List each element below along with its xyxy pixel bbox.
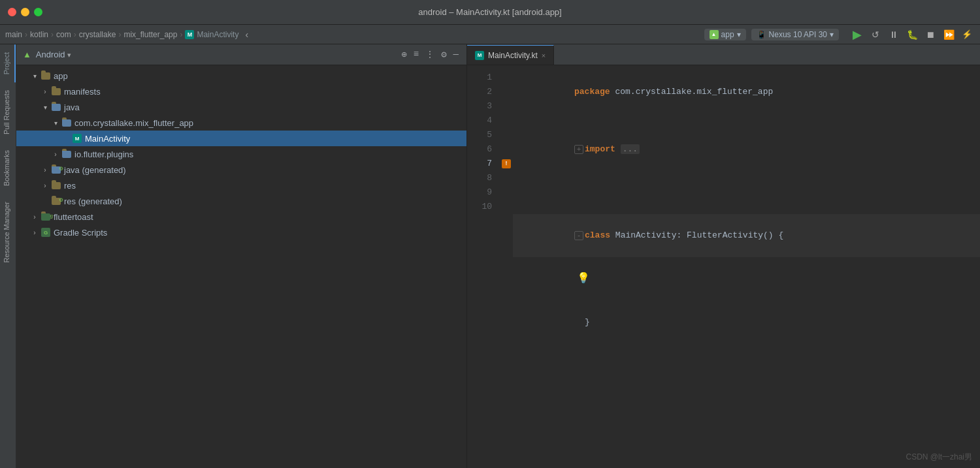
profile-button[interactable]: ⏩ [941,27,956,42]
label-java-gen: java (generated) [64,165,126,175]
tree-item-fluttertoast[interactable]: › g fluttertoast [16,209,466,225]
device-label: Nexus 10 API 30 [769,30,827,39]
ln-2: 2 [467,85,492,99]
main-activity-file-icon: M [71,134,83,143]
fold-class[interactable]: - [574,231,583,240]
main-layout: Project Pull Requests Bookmarks Resource… [0,44,980,468]
tree-item-java[interactable]: ▾ java [16,99,466,115]
sync-action-btn[interactable]: ≡ [412,48,420,61]
gutter-6 [500,142,513,157]
folder-icon-res-gen: ⚙ [50,196,62,206]
tree-item-gradle[interactable]: › G Gradle Scripts [16,225,466,240]
watermark: CSDN @lt一zhai男 [906,452,972,463]
breadcrumb-com[interactable]: com [56,30,71,39]
folder-icon-gradle: G [40,228,52,237]
editor-area: M MainActivity.kt × 1 2 3 4 5 6 7 8 9 10 [467,44,980,468]
arrow-gradle: › [29,229,40,236]
folder-icon-package [61,118,73,127]
close-button[interactable] [8,8,16,16]
label-res-gen: res (generated) [64,196,122,206]
back-arrow-icon[interactable]: ‹ [245,29,248,40]
gutter-3 [500,99,513,114]
tree-item-java-gen[interactable]: › ⚙ java (generated) [16,162,466,178]
gutter-10 [500,200,513,214]
folder-icon-fluttertoast: g [40,212,52,221]
lightbulb-icon[interactable]: 💡 [577,272,590,286]
sidebar-tab-pull-requests[interactable]: Pull Requests [0,82,16,142]
breadcrumb-bar: main › kotlin › com › crystallake › mix_… [0,25,980,44]
label-package: com.crystallake.mix_flutter_app [74,118,193,128]
debug-button[interactable]: 🐛 [904,27,920,42]
breadcrumb-main[interactable]: main [5,30,22,39]
code-line-4 [513,171,980,185]
code-editor[interactable]: 1 2 3 4 5 6 7 8 9 10 ! [467,65,980,468]
arrow-java: ▾ [40,104,50,111]
panel-dropdown[interactable]: ▾ [67,51,71,59]
breadcrumb-sep-4: › [118,30,121,39]
folder-icon-java [50,102,62,112]
code-content[interactable]: package com.crystallake.mix_flutter_app … [513,65,980,468]
folder-icon-flutter-plugins [61,149,73,159]
code-line-10 [513,344,980,358]
tree-item-res[interactable]: › res [16,178,466,193]
run-config-dropdown[interactable]: ▾ [737,30,741,39]
arrow-res: › [40,182,50,189]
folder-icon-manifests [50,87,62,96]
tree-item-manifests[interactable]: › manifests [16,84,466,99]
run-button[interactable]: ▶ [849,27,865,42]
breadcrumb-sep-3: › [74,30,76,39]
device-icon: 📱 [757,30,766,39]
gutter-5 [500,128,513,142]
sidebar-tab-resource-manager[interactable]: Resource Manager [0,194,16,271]
ln-4: 4 [467,114,492,128]
arrow-package: ▾ [50,119,61,127]
device-selector[interactable]: 📱 Nexus 10 API 30 ▾ [751,29,839,40]
label-java: java [64,102,80,112]
android-run-icon: ▲ [710,30,719,39]
tree-item-flutter-plugins[interactable]: › io.flutter.plugins [16,146,466,162]
gutter-2 [500,85,513,99]
breadcrumb-app[interactable]: mix_flutter_app [123,30,177,39]
android-panel-icon: ▲ [23,50,31,59]
device-dropdown[interactable]: ▾ [830,30,834,39]
tree-item-res-gen[interactable]: ⚙ res (generated) [16,193,466,209]
sidebar-tab-project[interactable]: Project [0,44,16,82]
sync-button[interactable]: ↺ [868,27,883,42]
minimize-button[interactable] [21,8,29,16]
file-tree: ▾ app › manifests ▾ [16,65,466,468]
ln-7: 7 [467,157,492,171]
close-panel-btn[interactable]: — [452,48,460,61]
warning-indicator[interactable]: ! [502,159,511,168]
collapse-action-btn[interactable]: ⋮ [424,48,436,61]
tree-item-mainactivity[interactable]: M MainActivity [16,131,466,146]
editor-tab-mainactivity[interactable]: M MainActivity.kt × [467,45,554,65]
window-controls[interactable] [8,8,42,16]
sidebar-tab-bookmarks[interactable]: Bookmarks [0,142,16,194]
apply-changes-button[interactable]: ⚡ [959,27,975,42]
file-tree-header: ▲ Android ▾ ⊕ ≡ ⋮ ⚙ — [16,44,466,65]
run-config-label: app [721,30,734,39]
gutter-4 [500,114,513,128]
maximize-button[interactable] [34,8,42,16]
code-line-5 [513,185,980,200]
fold-import[interactable]: + [574,145,583,154]
file-tree-panel: ▲ Android ▾ ⊕ ≡ ⋮ ⚙ — ▾ app [16,44,467,468]
tree-item-app[interactable]: ▾ app [16,68,466,84]
pause-button[interactable]: ⏸ [886,27,902,42]
run-config-selector[interactable]: ▲ app ▾ [704,29,746,40]
panel-title-label: Android [36,50,65,59]
breadcrumb-right-tools: ▲ app ▾ 📱 Nexus 10 API 30 ▾ ▶ ↺ ⏸ 🐛 ⏹ ⏩ … [704,27,975,42]
settings-action-btn[interactable]: ⚙ [440,48,448,61]
gutter-7[interactable]: ! [500,157,513,171]
label-flutter-plugins: io.flutter.plugins [74,149,133,159]
breadcrumb-kotlin[interactable]: kotlin [30,30,48,39]
line-numbers: 1 2 3 4 5 6 7 8 9 10 [467,65,500,468]
add-action-btn[interactable]: ⊕ [400,48,408,61]
tree-item-package[interactable]: ▾ com.crystallake.mix_flutter_app [16,115,466,131]
stop-button[interactable]: ⏹ [923,27,938,42]
label-app: app [54,71,68,81]
breadcrumb-crystallake[interactable]: crystallake [79,30,116,39]
ln-10: 10 [467,200,492,214]
ln-9: 9 [467,185,492,200]
tab-close-btn[interactable]: × [542,52,546,59]
